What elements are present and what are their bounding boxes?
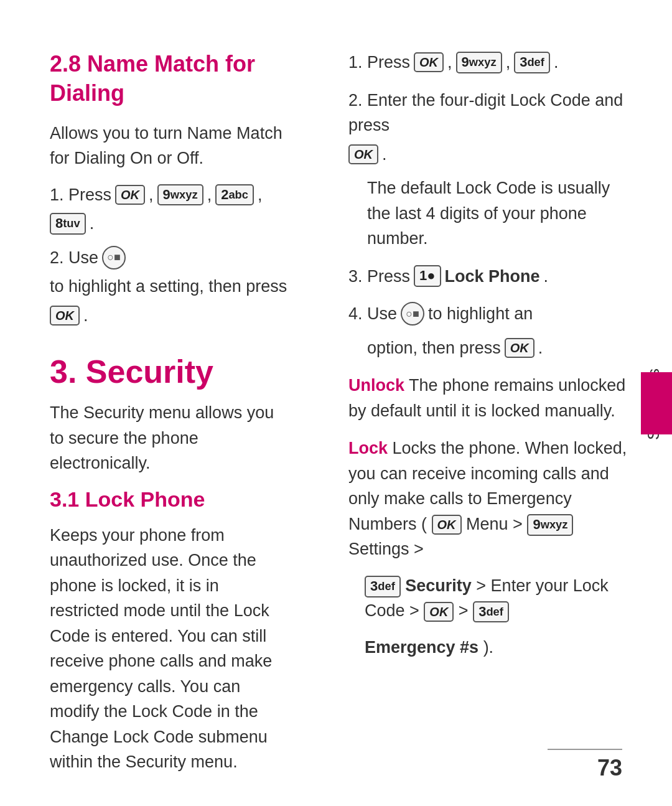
lock-key-ok2: OK: [424, 602, 454, 622]
section-31: 3.1 Lock Phone Keeps your phone from una…: [50, 487, 292, 775]
r-period-1: .: [554, 50, 559, 75]
lock-text-line3: Emergency #s ).: [365, 635, 635, 660]
lock-block: Lock Locks the phone. When locked, you c…: [348, 436, 635, 660]
r-key-3def: 3def: [514, 52, 550, 73]
lock-key-3b: 3def: [473, 601, 509, 623]
lock-security-word: Security: [405, 576, 472, 595]
r-step4-text1: 4. Use: [348, 301, 397, 327]
lock-label: Lock: [348, 439, 388, 457]
r-step4-line: 4. Use ○■ to highlight an: [348, 301, 635, 327]
step-28-1-prefix: 1. Press: [50, 182, 111, 208]
sidebar-bar: [641, 372, 672, 434]
r-key-ok-2: OK: [348, 144, 378, 164]
lock-gt: >: [459, 601, 473, 620]
step-28-2-text1: 2. Use: [50, 245, 98, 271]
comma-1: ,: [149, 182, 154, 208]
comma-3: ,: [258, 182, 263, 208]
r-step2-note: The default Lock Code is usually the las…: [367, 176, 635, 251]
r-step3-prefix: 3. Press: [348, 264, 410, 289]
comma-2: ,: [207, 182, 212, 208]
lock-text-block: Lock Locks the phone. When locked, you c…: [348, 436, 635, 562]
r-step4-text2: to highlight an: [428, 301, 533, 327]
page-number: 73: [597, 755, 622, 781]
r-step3-suffix: Lock Phone: [445, 264, 540, 289]
section-3: 3. Security The Security menu allows you…: [50, 353, 292, 476]
section-3-body: The Security menu allows you to secure t…: [50, 400, 292, 476]
r-key-ok-4: OK: [505, 338, 534, 358]
key-ok-1: OK: [115, 185, 145, 205]
lock-settings: Settings >: [348, 540, 424, 558]
nav-icon-2: ○■: [401, 302, 424, 326]
right-step-3: 3. Press 1● Lock Phone .: [348, 264, 635, 289]
lock-key-3a: 3def: [365, 576, 401, 597]
page-container: 2.8 Name Match for Dialing Allows you to…: [0, 0, 672, 806]
r-step2-line: 2. Enter the four-digit Lock Code and pr…: [348, 88, 635, 167]
r-key-9wxyz: 9wxyz: [456, 52, 502, 73]
section-28-title: 2.8 Name Match for Dialing: [50, 50, 292, 108]
step-28-2-text2: to highlight a setting, then press: [50, 274, 287, 299]
r-step4-line2: option, then press OK .: [348, 335, 635, 361]
key-ok-2: OK: [50, 306, 80, 326]
r-step4-text3: option, then press: [367, 335, 501, 361]
step-28-2: 2. Use ○■ to highlight a setting, then p…: [50, 245, 292, 329]
lock-text-line2: 3def Security > Enter your Lock Code > O…: [365, 573, 635, 624]
r-step1-prefix: 1. Press: [348, 50, 410, 75]
r-period-4: .: [538, 335, 543, 361]
section-31-body: Keeps your phone from unauthorized use. …: [50, 523, 292, 775]
lock-key-ok: OK: [432, 515, 462, 535]
period-1: .: [90, 211, 95, 237]
right-step-2: 2. Enter the four-digit Lock Code and pr…: [348, 88, 635, 251]
r-step2-text: 2. Enter the four-digit Lock Code and pr…: [348, 88, 635, 138]
lock-key-9: 9wxyz: [527, 514, 573, 536]
section-28-body: Allows you to turn Name Match for Dialin…: [50, 121, 292, 171]
lock-emergency: Emergency #s: [365, 638, 478, 657]
right-column: 1. Press OK , 9wxyz , 3def . 2. Enter th…: [336, 50, 635, 769]
divider-line: [548, 749, 622, 750]
unlock-text: Unlock The phone remains unlocked by def…: [348, 373, 635, 423]
period-2: .: [83, 303, 88, 329]
key-2abc: 2abc: [215, 184, 254, 206]
step-28-1: 1. Press OK , 9wxyz , 2abc , 8tuv .: [50, 182, 292, 237]
lock-menu: Menu >: [466, 515, 527, 533]
section-31-title: 3.1 Lock Phone: [50, 487, 292, 512]
key-9wxyz-1: 9wxyz: [157, 184, 203, 206]
r-period-3: .: [544, 264, 549, 289]
section-3-title: 3. Security: [50, 353, 292, 390]
right-step-1: 1. Press OK , 9wxyz , 3def .: [348, 50, 635, 75]
main-content: 2.8 Name Match for Dialing Allows you to…: [0, 0, 672, 806]
section-28: 2.8 Name Match for Dialing Allows you to…: [50, 50, 292, 328]
unlock-label: Unlock: [348, 376, 404, 395]
lock-paren: ).: [483, 638, 494, 657]
r-key-1: 1●: [414, 265, 441, 287]
r-period-2: .: [382, 142, 387, 167]
r-comma-2: ,: [506, 50, 511, 75]
right-step-4: 4. Use ○■ to highlight an option, then p…: [348, 301, 635, 360]
nav-icon-1: ○■: [102, 246, 126, 269]
left-column: 2.8 Name Match for Dialing Allows you to…: [50, 50, 311, 769]
key-8tuv: 8tuv: [50, 213, 86, 235]
r-comma-1: ,: [447, 50, 452, 75]
r-key-ok-1: OK: [414, 52, 444, 72]
unlock-block: Unlock The phone remains unlocked by def…: [348, 373, 635, 423]
